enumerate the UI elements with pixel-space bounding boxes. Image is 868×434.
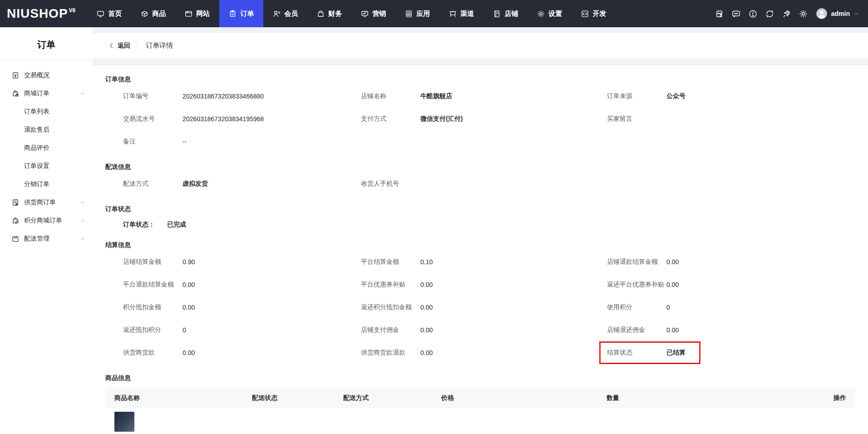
field-value: 20260318673203834195968	[182, 115, 264, 123]
sidebar-item-delivery-manage[interactable]: 配送管理	[0, 230, 93, 248]
nav-item-home[interactable]: 首页	[87, 0, 131, 27]
user-name: admin	[831, 10, 850, 17]
nav-item-channel[interactable]: 渠道	[439, 0, 483, 27]
refresh-button[interactable]	[765, 10, 774, 18]
sidebar-item-goods-review[interactable]: 商品评价	[0, 139, 93, 157]
field-label: 店铺退款结算金额	[607, 258, 666, 266]
sidebar-item-order-list[interactable]: 订单列表	[0, 103, 93, 121]
chart-screen-icon	[361, 10, 369, 18]
nav-item-dev[interactable]: 开发	[572, 0, 616, 27]
nav-item-settings[interactable]: 设置	[528, 0, 572, 27]
field-label: 返还平台优惠券补贴	[607, 281, 666, 289]
nav-item-label: 应用	[416, 10, 430, 18]
logo-version: V6	[69, 7, 76, 14]
nav-item-goods[interactable]: 商品	[131, 0, 175, 27]
chevron-down-icon	[80, 218, 85, 223]
field-settlement_info-3: 平台退款结算金额0.00	[123, 281, 361, 289]
user-menu[interactable]: admin	[816, 8, 859, 20]
sidebar-item-trade-overview[interactable]: 交易概况	[0, 66, 93, 84]
rocket-button[interactable]	[782, 10, 791, 18]
field-label: 积分抵扣金额	[123, 303, 182, 311]
sidebar-item-label: 订单设置	[24, 162, 49, 170]
field-value: 微信支付(汇付)	[420, 115, 463, 123]
message-button[interactable]	[732, 10, 740, 18]
package-icon	[141, 10, 148, 18]
sidebar-item-points-mall-order[interactable]: 积分商城订单	[0, 212, 93, 230]
sidebar-item-distribution-order[interactable]: 分销订单	[0, 175, 93, 193]
field-value: 20260318673203833466880	[182, 93, 264, 100]
back-button[interactable]: 返回	[108, 42, 130, 50]
nav-item-order[interactable]: 订单	[219, 0, 263, 27]
refresh-icon	[765, 10, 774, 18]
field-label: 交易流水号	[123, 115, 182, 123]
field-value: 牛酷旗舰店	[420, 92, 452, 100]
field-label: 收货人手机号	[361, 180, 420, 188]
field-settlement_info-2: 店铺退款结算金额0.00	[607, 258, 855, 266]
field-label: 使用积分	[607, 303, 666, 311]
sidebar: 订单 交易概况商城订单订单列表退款售后商品评价订单设置分销订单供货商订单积分商城…	[0, 27, 93, 434]
delivery-info-fields: 配送方式虚拟发货收货人手机号	[105, 173, 855, 195]
easel-icon	[449, 10, 457, 18]
logo[interactable]: NIUSHOP V6	[7, 0, 75, 27]
back-label: 返回	[118, 42, 130, 50]
chevron-up-icon	[80, 91, 85, 96]
sidebar-item-label: 配送管理	[24, 235, 49, 243]
field-value: 0.90	[182, 258, 195, 266]
storefront-button[interactable]	[715, 10, 724, 18]
gear-icon	[537, 10, 545, 18]
nav-item-website[interactable]: 网站	[175, 0, 219, 27]
field-value: 0.00	[666, 326, 679, 334]
field-label: 支付方式	[361, 115, 420, 123]
nav-item-finance[interactable]: 财务	[307, 0, 351, 27]
field-value: 0.00	[420, 304, 433, 311]
sidebar-item-refund-aftersale[interactable]: 退款售后	[0, 121, 93, 139]
chevron-down-icon	[853, 11, 859, 16]
field-label: 店铺支付佣金	[361, 326, 420, 334]
sidebar-menu: 交易概况商城订单订单列表退款售后商品评价订单设置分销订单供货商订单积分商城订单配…	[0, 61, 93, 248]
topnav-menu: 首页商品网站订单会员财务营销应用渠道店铺设置开发	[87, 0, 616, 27]
nav-item-marketing[interactable]: 营销	[351, 0, 395, 27]
sidebar-item-mall-order[interactable]: 商城订单	[0, 84, 93, 103]
field-label: 平台退款结算金额	[123, 281, 182, 289]
section-title-goods-info: 商品信息	[105, 374, 855, 382]
field-settlement_info-10: 店铺支付佣金0.00	[361, 326, 607, 334]
product-thumbnail[interactable]	[114, 412, 134, 432]
field-value: 0.10	[420, 258, 433, 266]
gear-button[interactable]	[799, 10, 808, 18]
box-icon	[12, 235, 19, 242]
section-title-order-status: 订单状态	[105, 205, 855, 213]
top-navbar: NIUSHOP V6 首页商品网站订单会员财务营销应用渠道店铺设置开发 admi…	[0, 0, 868, 27]
nav-item-label: 首页	[108, 10, 122, 18]
field-value: --	[182, 138, 187, 145]
nav-item-label: 开发	[592, 10, 606, 18]
nav-item-shop[interactable]: 店铺	[483, 0, 528, 27]
sidebar-item-supplier-order[interactable]: 供货商订单	[0, 193, 93, 212]
shop-book-icon	[493, 10, 501, 18]
nav-item-label: 网站	[196, 10, 210, 18]
gear-icon	[799, 10, 808, 18]
field-settlement_info-12: 供货商货款0.00	[123, 349, 361, 357]
nav-item-member[interactable]: 会员	[263, 0, 307, 27]
header-divider	[137, 42, 138, 49]
field-value: 公众号	[666, 92, 686, 100]
alert-button[interactable]	[749, 10, 757, 18]
settlement-info-fields: 店铺结算金额0.90平台结算金额0.10店铺退款结算金额0.00平台退款结算金额…	[105, 251, 855, 364]
nav-item-label: 店铺	[504, 10, 518, 18]
field-order_info-3: 交易流水号20260318673203834195968	[123, 115, 361, 123]
calculator-icon	[405, 10, 413, 18]
main-area: 返回 订单详情 订单信息 订单编号20260318673203833466880…	[93, 27, 868, 434]
field-value: 0	[666, 304, 670, 311]
field-value: 0.00	[420, 349, 433, 356]
field-value: 0.00	[182, 349, 195, 356]
field-value: 0.00	[420, 281, 433, 288]
section-title-settlement-info: 结算信息	[105, 241, 855, 249]
doc-yen-icon	[12, 72, 19, 79]
sidebar-item-label: 订单列表	[24, 108, 49, 116]
goods-col-header-2: 配送方式	[343, 394, 441, 402]
nav-item-apps[interactable]: 应用	[395, 0, 439, 27]
sidebar-item-order-settings[interactable]: 订单设置	[0, 157, 93, 175]
sidebar-item-label: 退款售后	[24, 126, 49, 134]
field-settlement_info-5: 返还平台优惠券补贴0.00	[607, 281, 855, 289]
money-bag-icon	[317, 10, 325, 18]
field-settlement_info-9: 返还抵扣积分0	[123, 326, 361, 334]
